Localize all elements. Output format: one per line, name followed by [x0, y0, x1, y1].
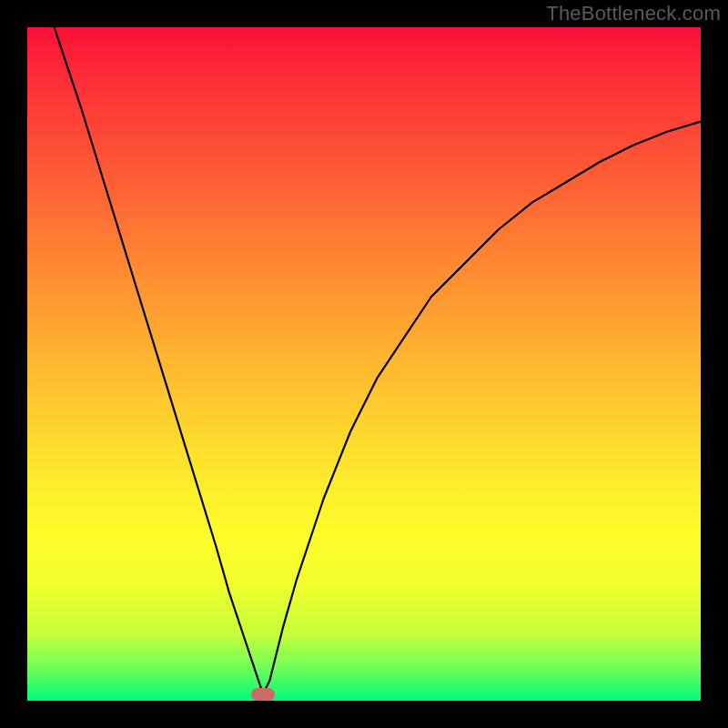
- watermark-text: TheBottleneck.com: [546, 2, 721, 25]
- optimal-point-marker: [251, 688, 275, 701]
- chart-frame: TheBottleneck.com: [0, 0, 728, 728]
- plot-area: [27, 27, 701, 701]
- bottleneck-curve: [27, 27, 701, 701]
